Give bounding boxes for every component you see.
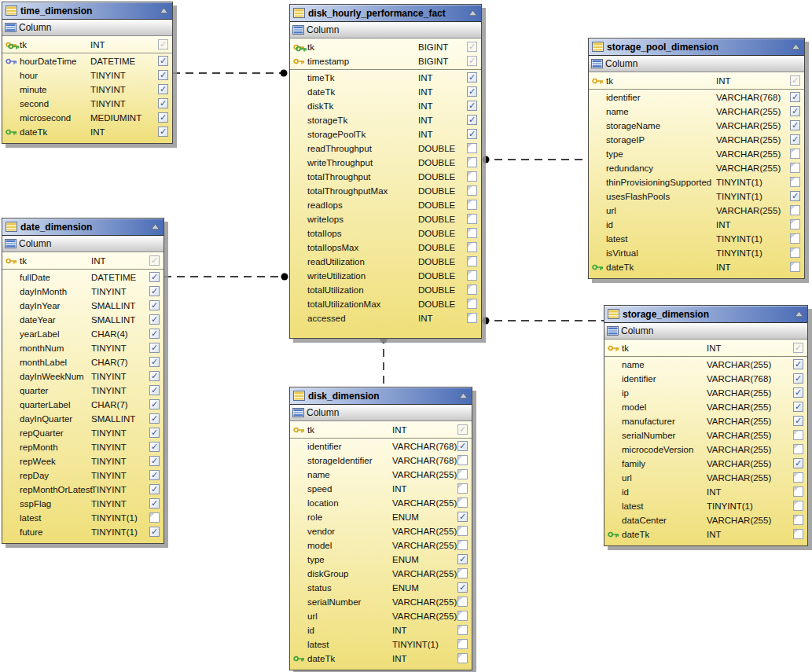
column-row[interactable]: nameVARCHAR(255)✓ [604, 358, 807, 372]
not-null-checkbox[interactable]: ✓ [149, 286, 160, 296]
not-null-checkbox[interactable]: ✓ [149, 300, 160, 310]
not-null-checkbox[interactable]: ✓ [790, 120, 800, 130]
column-row[interactable]: timeTkINT✓ [290, 71, 481, 85]
not-null-checkbox[interactable] [457, 469, 468, 479]
column-row[interactable]: isVirtualTINYINT(1) [589, 246, 804, 260]
not-null-checkbox[interactable] [793, 501, 803, 511]
column-row[interactable]: futureTINYINT(1)✓ [2, 525, 164, 539]
column-row[interactable]: modelVARCHAR(255) [290, 538, 472, 553]
column-row[interactable]: storageIdentifierVARCHAR(768) [290, 454, 472, 468]
column-row[interactable]: idINT [290, 623, 472, 637]
not-null-checkbox[interactable]: ✓ [457, 554, 468, 564]
column-row[interactable]: identifierVARCHAR(768)✓ [604, 372, 807, 386]
column-row[interactable]: locationVARCHAR(255) [290, 496, 472, 510]
column-row[interactable]: diskGroupVARCHAR(255) [290, 567, 472, 581]
not-null-checkbox[interactable] [790, 205, 800, 215]
column-row[interactable]: monthLabelCHAR(7)✓ [2, 355, 164, 369]
column-row[interactable]: tkINT✓ [2, 254, 164, 268]
column-row[interactable]: nameVARCHAR(255)✓ [589, 105, 804, 119]
column-row[interactable]: serialNumberVARCHAR(255) [604, 428, 807, 442]
column-row[interactable]: nameVARCHAR(255) [290, 468, 472, 482]
not-null-checkbox[interactable] [790, 233, 800, 244]
column-row[interactable]: latestTINYINT(1) [589, 232, 804, 246]
not-null-checkbox[interactable] [790, 248, 800, 258]
collapse-button[interactable] [458, 392, 468, 399]
not-null-checkbox[interactable]: ✓ [149, 399, 160, 409]
column-row[interactable]: totalIopsMaxDOUBLE [290, 241, 481, 255]
column-row[interactable]: idINT [604, 485, 807, 499]
not-null-checkbox[interactable] [467, 143, 477, 153]
not-null-checkbox[interactable]: ✓ [149, 428, 160, 438]
column-row[interactable]: dayInQuarterSMALLINT✓ [2, 412, 164, 426]
column-row[interactable]: usesFlashPoolsTINYINT(1)✓ [589, 189, 804, 204]
column-row[interactable]: modelVARCHAR(255)✓ [604, 400, 807, 414]
column-row[interactable]: totalThroughputMaxDOUBLE [290, 184, 481, 198]
column-row[interactable]: readThroughputDOUBLE [290, 141, 481, 156]
not-null-checkbox[interactable] [793, 487, 803, 497]
column-row[interactable]: totalIopsDOUBLE [290, 226, 481, 241]
table-title-bar[interactable]: time_dimension [2, 2, 172, 20]
not-null-checkbox[interactable] [467, 171, 477, 182]
not-null-checkbox[interactable] [457, 597, 468, 607]
column-row[interactable]: redundancyVARCHAR(255) [589, 161, 804, 175]
column-row[interactable]: monthNumTINYINT✓ [2, 341, 164, 355]
column-row[interactable]: dateTkINT [604, 527, 807, 542]
column-row[interactable]: dayInWeekNumTINYINT✓ [2, 369, 164, 384]
column-row[interactable]: writeIopsDOUBLE [290, 212, 481, 226]
not-null-checkbox[interactable] [790, 177, 800, 187]
column-row[interactable]: ipVARCHAR(255)✓ [604, 386, 807, 400]
not-null-checkbox[interactable] [467, 242, 477, 252]
table-title-bar[interactable]: storage_dimension [604, 306, 807, 323]
columns-section-header[interactable]: Column [2, 236, 164, 252]
collapse-button[interactable] [794, 310, 804, 318]
column-row[interactable]: totalUtilizationDOUBLE [290, 283, 481, 297]
column-row[interactable]: manufacturerVARCHAR(255)✓ [604, 414, 807, 428]
not-null-checkbox[interactable] [467, 214, 477, 224]
not-null-checkbox[interactable] [793, 529, 803, 539]
column-row[interactable]: repQuarterTINYINT✓ [2, 426, 164, 440]
not-null-checkbox[interactable] [467, 157, 477, 167]
column-row[interactable]: repDayTINYINT✓ [2, 468, 164, 483]
column-row[interactable]: hourDateTimeDATETIME✓ [2, 54, 172, 68]
table-disk_hourly_performance_fact[interactable]: disk_hourly_performance_factColumntkBIGI… [289, 4, 482, 339]
column-row[interactable]: microsecondMEDIUMINT✓ [2, 111, 172, 125]
not-null-checkbox[interactable] [467, 228, 477, 238]
column-row[interactable]: dateTkINT✓ [2, 125, 172, 139]
not-null-checkbox[interactable]: ✓ [793, 387, 803, 398]
not-null-checkbox[interactable]: ✓ [467, 129, 477, 139]
not-null-checkbox[interactable]: ✓ [158, 56, 168, 66]
column-row[interactable]: readUtilizationDOUBLE [290, 255, 481, 269]
column-row[interactable]: tkINT✓ [290, 423, 472, 437]
not-null-checkbox[interactable] [467, 299, 477, 309]
column-row[interactable]: timestampBIGINT✓ [290, 54, 481, 68]
not-null-checkbox[interactable]: ✓ [149, 272, 160, 282]
not-null-checkbox[interactable] [790, 163, 800, 173]
column-row[interactable]: totalUtilizationMaxDOUBLE [290, 297, 481, 311]
not-null-checkbox[interactable]: ✓ [457, 512, 468, 522]
table-title-bar[interactable]: date_dimension [2, 218, 164, 236]
not-null-checkbox[interactable] [457, 568, 468, 578]
column-row[interactable]: storageNameVARCHAR(255)✓ [589, 119, 804, 133]
not-null-checkbox[interactable] [457, 483, 468, 494]
relationship-disk_hourly_performance_fact-to-storage_dimension[interactable] [481, 318, 604, 325]
not-null-checkbox[interactable]: ✓ [457, 424, 468, 435]
not-null-checkbox[interactable]: ✓ [149, 442, 160, 452]
not-null-checkbox[interactable] [793, 472, 803, 483]
column-row[interactable]: dateYearSMALLINT✓ [2, 313, 164, 327]
not-null-checkbox[interactable] [790, 262, 800, 272]
not-null-checkbox[interactable]: ✓ [158, 112, 168, 123]
table-storage_pool_dimension[interactable]: storage_pool_dimensionColumntkINT✓identi… [588, 38, 805, 279]
not-null-checkbox[interactable]: ✓ [149, 498, 160, 509]
not-null-checkbox[interactable] [793, 444, 803, 454]
relationship-time_dimension-to-disk_hourly_performance_fact[interactable] [172, 70, 288, 77]
not-null-checkbox[interactable] [467, 256, 477, 266]
columns-section-header[interactable]: Column [604, 323, 807, 340]
column-row[interactable]: typeENUM✓ [290, 553, 472, 567]
column-row[interactable]: idINT [589, 218, 804, 232]
column-row[interactable]: sspFlagTINYINT✓ [2, 497, 164, 511]
column-row[interactable]: latestTINYINT(1) [290, 637, 472, 652]
not-null-checkbox[interactable]: ✓ [790, 191, 800, 201]
column-row[interactable]: quarterTINYINT✓ [2, 384, 164, 398]
not-null-checkbox[interactable]: ✓ [793, 373, 803, 384]
table-storage_dimension[interactable]: storage_dimensionColumntkINT✓nameVARCHAR… [604, 305, 808, 546]
